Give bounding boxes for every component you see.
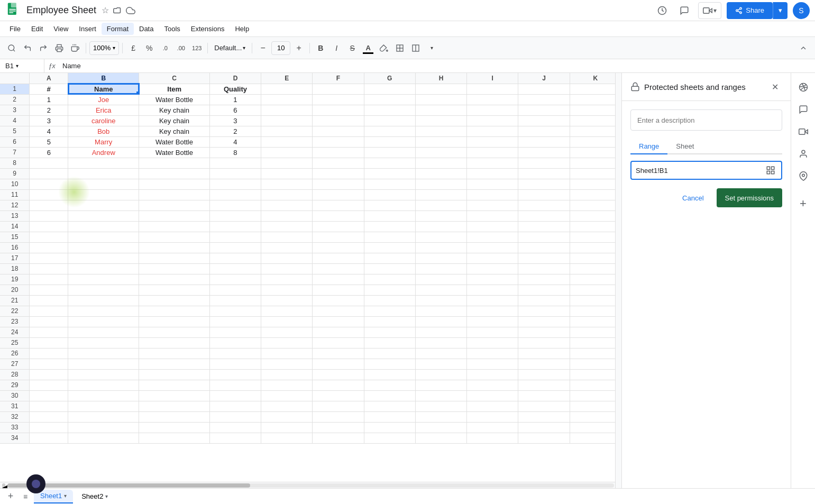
row-number-16[interactable]: 16 xyxy=(0,242,30,253)
cell[interactable]: 4 xyxy=(209,136,261,147)
cell[interactable] xyxy=(518,105,570,115)
row-number-26[interactable]: 26 xyxy=(0,348,30,359)
cell[interactable] xyxy=(68,263,139,274)
cell[interactable] xyxy=(467,179,518,189)
row-number-30[interactable]: 30 xyxy=(0,390,30,401)
cell[interactable] xyxy=(313,242,364,253)
cell[interactable] xyxy=(68,411,139,422)
cell[interactable] xyxy=(364,189,415,200)
cell[interactable] xyxy=(518,221,570,232)
row-number-19[interactable]: 19 xyxy=(0,274,30,285)
cell[interactable] xyxy=(570,369,621,380)
cell[interactable] xyxy=(570,295,621,306)
cell[interactable] xyxy=(467,200,518,210)
col-header-d[interactable]: D xyxy=(209,73,261,84)
cell[interactable] xyxy=(313,369,364,380)
cell[interactable] xyxy=(467,105,518,115)
cell[interactable] xyxy=(209,253,261,263)
cell[interactable] xyxy=(415,274,466,285)
description-input[interactable] xyxy=(630,109,782,131)
star-icon[interactable]: ☆ xyxy=(100,6,110,15)
row-number-1[interactable]: 1 xyxy=(0,84,30,94)
cell[interactable] xyxy=(209,348,261,359)
cell[interactable] xyxy=(209,274,261,285)
share-dropdown-button[interactable]: ▾ xyxy=(773,2,787,19)
cell[interactable] xyxy=(261,232,313,242)
scroll-left-arrow[interactable]: ◀ xyxy=(2,483,5,488)
col-header-i[interactable]: I xyxy=(467,73,518,84)
cell[interactable] xyxy=(518,359,570,369)
cell[interactable] xyxy=(518,126,570,136)
cell[interactable] xyxy=(30,263,68,274)
cell[interactable] xyxy=(209,390,261,401)
cell[interactable] xyxy=(518,242,570,253)
cell[interactable] xyxy=(364,316,415,327)
vertical-scrollbar[interactable] xyxy=(615,73,621,488)
cell[interactable]: 2 xyxy=(30,105,68,115)
cell[interactable] xyxy=(30,380,68,390)
cell[interactable] xyxy=(261,327,313,337)
row-number-4[interactable]: 4 xyxy=(0,115,30,126)
cell[interactable] xyxy=(261,94,313,105)
cell[interactable] xyxy=(518,253,570,263)
cell[interactable]: Water Bottle xyxy=(139,147,210,158)
menu-data[interactable]: Data xyxy=(134,23,159,35)
cell[interactable] xyxy=(467,390,518,401)
cell[interactable]: 8 xyxy=(209,147,261,158)
menu-file[interactable]: File xyxy=(4,23,26,35)
cell[interactable] xyxy=(518,115,570,126)
cell[interactable] xyxy=(209,221,261,232)
cell[interactable] xyxy=(209,179,261,189)
cell[interactable] xyxy=(68,380,139,390)
cell[interactable] xyxy=(261,84,313,94)
redo-button[interactable] xyxy=(36,41,51,56)
cell[interactable] xyxy=(30,337,68,348)
cell[interactable] xyxy=(467,369,518,380)
cell[interactable] xyxy=(139,221,210,232)
cell[interactable] xyxy=(364,242,415,253)
cell[interactable] xyxy=(570,242,621,253)
cell[interactable] xyxy=(209,189,261,200)
cell[interactable] xyxy=(209,433,261,443)
col-header-k[interactable]: K xyxy=(570,73,621,84)
cell[interactable] xyxy=(209,337,261,348)
row-number-3[interactable]: 3 xyxy=(0,105,30,115)
search-button[interactable] xyxy=(4,41,19,56)
cell[interactable]: 5 xyxy=(30,136,68,147)
cell[interactable] xyxy=(68,210,139,221)
cell[interactable] xyxy=(30,221,68,232)
sidebar-meet-button[interactable] xyxy=(794,123,812,141)
undo-button[interactable] xyxy=(20,41,35,56)
cell[interactable] xyxy=(139,179,210,189)
cell[interactable] xyxy=(415,200,466,210)
cell[interactable] xyxy=(209,411,261,422)
menu-edit[interactable]: Edit xyxy=(26,23,48,35)
cell[interactable] xyxy=(139,295,210,306)
font-family-dropdown[interactable]: Default... ▾ xyxy=(211,41,249,56)
cell[interactable] xyxy=(261,263,313,274)
cell[interactable] xyxy=(30,327,68,337)
cell[interactable] xyxy=(415,105,466,115)
cell[interactable] xyxy=(467,158,518,168)
menu-tools[interactable]: Tools xyxy=(159,23,185,35)
cell[interactable]: # xyxy=(30,84,68,94)
cell[interactable] xyxy=(467,422,518,433)
cell[interactable] xyxy=(518,369,570,380)
row-number-14[interactable]: 14 xyxy=(0,221,30,232)
zoom-control[interactable]: 100% ▾ xyxy=(89,41,119,55)
cell[interactable] xyxy=(364,380,415,390)
cell[interactable] xyxy=(518,210,570,221)
cell[interactable] xyxy=(364,115,415,126)
cell[interactable] xyxy=(364,285,415,295)
cell[interactable] xyxy=(261,422,313,433)
cell[interactable] xyxy=(313,126,364,136)
cell[interactable] xyxy=(570,253,621,263)
more-formats-button[interactable]: ▾ xyxy=(424,41,439,56)
cloud-icon[interactable] xyxy=(126,6,135,15)
cell[interactable] xyxy=(467,433,518,443)
cell[interactable] xyxy=(467,115,518,126)
cell[interactable] xyxy=(467,306,518,316)
cell[interactable] xyxy=(209,327,261,337)
meet-button[interactable]: ▾ xyxy=(698,2,721,19)
cell[interactable] xyxy=(30,306,68,316)
